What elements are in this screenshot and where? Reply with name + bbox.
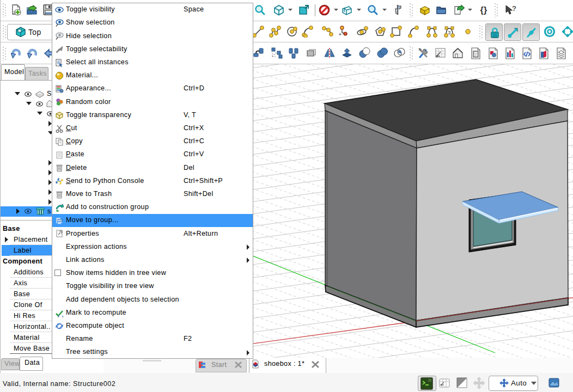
svg-text:?: ? — [512, 4, 516, 13]
svg-text:{}: {} — [480, 5, 487, 15]
svg-text:3: 3 — [448, 30, 450, 35]
